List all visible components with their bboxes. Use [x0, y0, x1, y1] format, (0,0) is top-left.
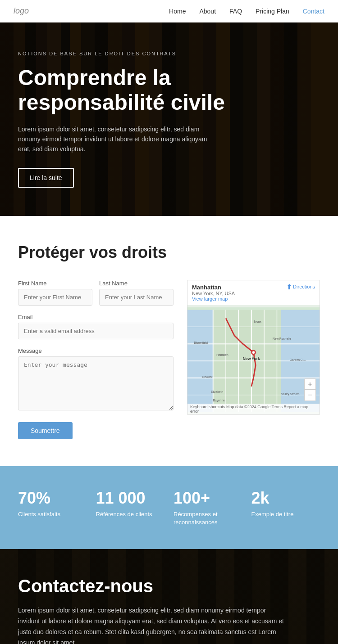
nav-link-home[interactable]: Home: [169, 8, 186, 15]
email-group: Email: [18, 314, 174, 339]
svg-point-26: [252, 351, 255, 354]
hero-description: Lorem ipsum dolor sit amet, consetetur s…: [18, 124, 207, 154]
directions-icon: [287, 284, 292, 289]
svg-text:Valley Stream: Valley Stream: [281, 392, 300, 396]
map-column: Manhattan New York, NY, USA View larger …: [187, 280, 320, 415]
map-footer: Keyboard shortcuts Map data ©2024 Google…: [187, 404, 320, 414]
map-location-name: Manhattan: [192, 284, 235, 291]
stat-item-2: 100+ Récompenses et reconnaissances: [174, 489, 242, 527]
nav-link-contact[interactable]: Contact: [303, 8, 324, 15]
stat-label-3: Exemple de titre: [251, 510, 320, 518]
form-section: Protéger vos droits First Name Last Name…: [0, 216, 338, 466]
contact-section: Contactez-nous Lorem ipsum dolor sit ame…: [0, 549, 338, 644]
email-input[interactable]: [18, 323, 174, 339]
svg-text:Garden Ci...: Garden Ci...: [290, 358, 306, 361]
svg-text:New York: New York: [243, 356, 260, 361]
form-section-title: Protéger vos droits: [18, 243, 320, 262]
stats-section: 70% Clients satisfaits 11 000 Références…: [0, 466, 338, 549]
nav-links: Home About FAQ Pricing Plan Contact: [169, 8, 324, 15]
nav-link-faq[interactable]: FAQ: [229, 8, 242, 15]
map-svg: New York Hoboken Bronx Newark New Rochel…: [187, 307, 320, 414]
navbar: logo Home About FAQ Pricing Plan Contact: [0, 0, 338, 23]
svg-text:Elizabeth: Elizabeth: [211, 390, 224, 393]
hero-title: Comprendre la responsabilité civile: [18, 65, 320, 115]
first-name-label: First Name: [18, 280, 92, 287]
map-location-sub: New York, NY, USA: [192, 291, 235, 296]
stat-label-2: Récompenses et reconnaissances: [174, 510, 242, 527]
stat-item-1: 11 000 Références de clients: [96, 489, 165, 527]
name-row: First Name Last Name: [18, 280, 174, 306]
svg-text:Bronx: Bronx: [254, 320, 262, 323]
last-name-group: Last Name: [99, 280, 174, 306]
email-label: Email: [18, 314, 174, 320]
stat-item-0: 70% Clients satisfaits: [18, 489, 87, 527]
message-label: Message: [18, 347, 174, 354]
stat-label-1: Références de clients: [96, 510, 165, 518]
stats-grid: 70% Clients satisfaits 11 000 Références…: [18, 489, 320, 527]
contact-content: Contactez-nous Lorem ipsum dolor sit ame…: [18, 576, 320, 644]
svg-text:Hoboken: Hoboken: [216, 353, 228, 356]
hero-content: NOTIONS DE BASE SUR LE DROIT DES CONTRAT…: [18, 51, 320, 188]
svg-text:Newark: Newark: [202, 375, 213, 378]
hero-cta-button[interactable]: Lire la suite: [18, 168, 74, 188]
map-directions-link[interactable]: Directions: [287, 284, 315, 289]
form-map-container: First Name Last Name Email Message Soume…: [18, 280, 320, 439]
svg-text:Bloomfield: Bloomfield: [194, 341, 208, 344]
svg-text:New Rochelle: New Rochelle: [273, 337, 291, 340]
stat-label-0: Clients satisfaits: [18, 510, 87, 518]
first-name-input[interactable]: [18, 289, 92, 306]
nav-link-pricing[interactable]: Pricing Plan: [256, 8, 289, 15]
contact-title: Contactez-nous: [18, 576, 320, 596]
map-container: Manhattan New York, NY, USA View larger …: [187, 280, 320, 415]
map-body: New York Hoboken Bronx Newark New Rochel…: [187, 307, 320, 414]
stat-number-3: 2k: [251, 489, 320, 508]
nav-link-about[interactable]: About: [199, 8, 216, 15]
message-textarea[interactable]: [18, 356, 174, 410]
message-group: Message: [18, 347, 174, 410]
logo: logo: [14, 6, 29, 16]
stat-number-2: 100+: [174, 489, 242, 508]
stat-number-0: 70%: [18, 489, 87, 508]
last-name-input[interactable]: [99, 289, 174, 306]
map-zoom-in-button[interactable]: +: [305, 379, 315, 390]
map-zoom-out-button[interactable]: −: [305, 390, 315, 401]
form-column: First Name Last Name Email Message Soume…: [18, 280, 174, 439]
stat-number-1: 11 000: [96, 489, 165, 508]
map-header: Manhattan New York, NY, USA View larger …: [187, 280, 320, 305]
svg-marker-0: [287, 284, 292, 289]
map-zoom-controls: + −: [304, 378, 316, 401]
first-name-group: First Name: [18, 280, 92, 306]
hero-subtitle: NOTIONS DE BASE SUR LE DROIT DES CONTRAT…: [18, 51, 320, 56]
submit-button[interactable]: Soumettre: [18, 422, 73, 439]
stat-item-3: 2k Exemple de titre: [251, 489, 320, 527]
map-view-larger-link[interactable]: View larger map: [192, 296, 235, 302]
hero-section: NOTIONS DE BASE SUR LE DROIT DES CONTRAT…: [0, 23, 338, 216]
contact-description: Lorem ipsum dolor sit amet, consetetur s…: [18, 605, 288, 644]
map-location-info: Manhattan New York, NY, USA View larger …: [192, 284, 235, 302]
svg-text:Bayonne: Bayonne: [213, 399, 225, 402]
last-name-label: Last Name: [99, 280, 174, 287]
